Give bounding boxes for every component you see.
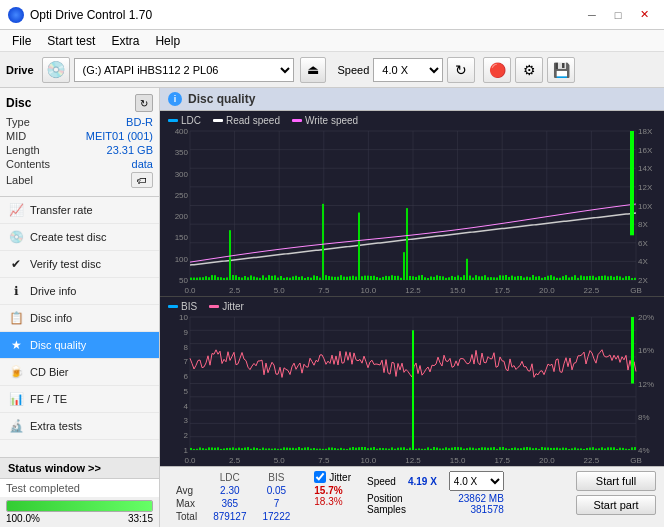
- contents-val: data: [132, 158, 153, 170]
- sidebar-item-create-test-disc[interactable]: 💿 Create test disc: [0, 224, 159, 251]
- buttons-block: Start full Start part: [576, 471, 656, 515]
- avg-label: Avg: [168, 484, 205, 497]
- read-speed-dot: [213, 119, 223, 122]
- speed-label: Speed: [367, 476, 396, 487]
- menu-file[interactable]: File: [4, 32, 39, 50]
- ldc-header: LDC: [205, 471, 254, 484]
- sidebar: Disc ↻ Type BD-R MID MEIT01 (001) Length…: [0, 88, 160, 527]
- total-ldc: 879127: [205, 510, 254, 523]
- length-key: Length: [6, 144, 40, 156]
- length-val: 23.31 GB: [107, 144, 153, 156]
- mid-key: MID: [6, 130, 26, 142]
- sidebar-item-verify-test-disc[interactable]: ✔ Verify test disc: [0, 251, 159, 278]
- content-area: i Disc quality LDC Read speed: [160, 88, 664, 527]
- menu-start-test[interactable]: Start test: [39, 32, 103, 50]
- settings-button[interactable]: ⚙: [515, 57, 543, 83]
- disc-quality-header: i Disc quality: [160, 88, 664, 111]
- refresh-button[interactable]: ↻: [447, 57, 475, 83]
- disc-refresh-icon[interactable]: ↻: [135, 94, 153, 112]
- sidebar-item-label: Extra tests: [30, 420, 82, 432]
- create-test-disc-icon: 💿: [8, 229, 24, 245]
- menu-help[interactable]: Help: [147, 32, 188, 50]
- sidebar-item-label: FE / TE: [30, 393, 67, 405]
- verify-test-disc-icon: ✔: [8, 256, 24, 272]
- jitter-label: Jitter: [222, 301, 244, 312]
- speed-selector[interactable]: 4.0 X: [373, 58, 443, 82]
- mid-val: MEIT01 (001): [86, 130, 153, 142]
- status-area: Status window >> Test completed 100.0% 3…: [0, 457, 159, 527]
- title-bar: Opti Drive Control 1.70 ─ □ ✕: [0, 0, 664, 30]
- top-chart-legend: LDC Read speed Write speed: [168, 115, 358, 126]
- stats-table: LDC BIS Avg 2.30 0.05 Max 365 7 Total: [168, 471, 298, 523]
- legend-bis: BIS: [168, 301, 197, 312]
- jitter-max-val: 18.3%: [314, 496, 351, 507]
- progress-time: 33:15: [128, 513, 153, 524]
- bis-label: BIS: [181, 301, 197, 312]
- legend-read-speed: Read speed: [213, 115, 280, 126]
- legend-ldc: LDC: [168, 115, 201, 126]
- close-button[interactable]: ✕: [632, 5, 656, 25]
- ldc-dot: [168, 119, 178, 122]
- window-controls: ─ □ ✕: [580, 5, 656, 25]
- sidebar-item-fe-te[interactable]: 📊 FE / TE: [0, 386, 159, 413]
- legend-write-speed: Write speed: [292, 115, 358, 126]
- top-chart: LDC Read speed Write speed: [160, 111, 664, 297]
- status-window-button[interactable]: Status window >>: [0, 458, 159, 479]
- sidebar-item-drive-info[interactable]: ℹ Drive info: [0, 278, 159, 305]
- main-layout: Disc ↻ Type BD-R MID MEIT01 (001) Length…: [0, 88, 664, 527]
- menu-bar: File Start test Extra Help: [0, 30, 664, 52]
- sidebar-item-label: Disc quality: [30, 339, 86, 351]
- jitter-label-text: Jitter: [329, 472, 351, 483]
- progress-percent: 100.0%: [6, 513, 40, 524]
- menu-extra[interactable]: Extra: [103, 32, 147, 50]
- sidebar-item-cd-bier[interactable]: 🍺 CD Bier: [0, 359, 159, 386]
- bis-header: BIS: [255, 471, 299, 484]
- maximize-button[interactable]: □: [606, 5, 630, 25]
- jitter-dot: [209, 305, 219, 308]
- burn-button[interactable]: 🔴: [483, 57, 511, 83]
- speed-dropdown[interactable]: 4.0 X: [449, 471, 504, 491]
- sidebar-item-label: Drive info: [30, 285, 76, 297]
- total-bis: 17222: [255, 510, 299, 523]
- total-label: Total: [168, 510, 205, 523]
- max-label: Max: [168, 497, 205, 510]
- sidebar-item-label: Disc info: [30, 312, 72, 324]
- read-speed-label: Read speed: [226, 115, 280, 126]
- position-value: 23862 MB: [458, 493, 504, 504]
- stats-panel: LDC BIS Avg 2.30 0.05 Max 365 7 Total: [160, 466, 664, 527]
- drive-selector[interactable]: (G:) ATAPI iHBS112 2 PL06: [74, 58, 294, 82]
- speed-label: Speed: [338, 64, 370, 76]
- sidebar-item-label: Verify test disc: [30, 258, 101, 270]
- write-speed-dot: [292, 119, 302, 122]
- label-icon-btn[interactable]: 🏷: [131, 172, 153, 188]
- start-full-button[interactable]: Start full: [576, 471, 656, 491]
- speed-block: Speed 4.19 X 4.0 X Position 23862 MB Sam…: [367, 471, 504, 515]
- avg-ldc: 2.30: [205, 484, 254, 497]
- drive-icon-btn: 💿: [42, 57, 70, 83]
- avg-bis: 0.05: [255, 484, 299, 497]
- status-bar: Test completed: [0, 479, 159, 497]
- drive-info-icon: ℹ: [8, 283, 24, 299]
- max-ldc: 365: [205, 497, 254, 510]
- sidebar-item-label: CD Bier: [30, 366, 69, 378]
- bottom-chart-legend: BIS Jitter: [168, 301, 244, 312]
- save-button[interactable]: 💾: [547, 57, 575, 83]
- nav-list: 📈 Transfer rate 💿 Create test disc ✔ Ver…: [0, 197, 159, 457]
- extra-tests-icon: 🔬: [8, 418, 24, 434]
- sidebar-item-extra-tests[interactable]: 🔬 Extra tests: [0, 413, 159, 440]
- start-part-button[interactable]: Start part: [576, 495, 656, 515]
- sidebar-item-disc-info[interactable]: 📋 Disc info: [0, 305, 159, 332]
- type-val: BD-R: [126, 116, 153, 128]
- sidebar-item-transfer-rate[interactable]: 📈 Transfer rate: [0, 197, 159, 224]
- eject-button[interactable]: ⏏: [300, 57, 326, 83]
- sidebar-item-disc-quality[interactable]: ★ Disc quality: [0, 332, 159, 359]
- bottom-chart-canvas: [160, 297, 664, 466]
- progress-bar-track: [6, 500, 153, 512]
- jitter-checkbox[interactable]: [314, 471, 326, 483]
- progress-bar-fill: [7, 501, 152, 511]
- max-bis: 7: [255, 497, 299, 510]
- minimize-button[interactable]: ─: [580, 5, 604, 25]
- jitter-avg-val: 15.7%: [314, 485, 351, 496]
- sidebar-item-label: Transfer rate: [30, 204, 93, 216]
- jitter-checkbox-row: Jitter: [314, 471, 351, 483]
